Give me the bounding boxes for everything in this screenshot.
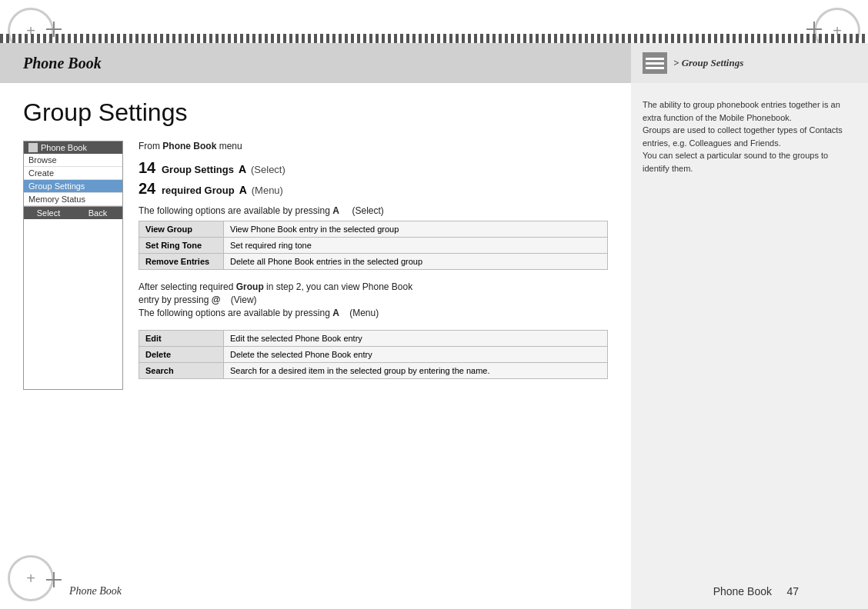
step-2-key: A (239, 184, 247, 196)
step-2-action: required Group (162, 185, 235, 196)
back-button[interactable]: Back (73, 207, 122, 219)
table-cell-desc: Set required ring tone (224, 238, 608, 254)
header-right-label: > Group Settings (673, 57, 743, 69)
menu-item-browse[interactable]: Browse (24, 154, 122, 167)
step-1-paren: (Select) (251, 164, 285, 175)
table-row: View Group View Phone Book entry in the … (139, 221, 608, 238)
menu-item-memory-status[interactable]: Memory Status (24, 193, 122, 206)
menu-item-create[interactable]: Create (24, 167, 122, 180)
step-1-key: A (239, 163, 246, 175)
page-heading: Group Settings (23, 98, 608, 127)
footer-left: Phone Book (69, 585, 122, 597)
step-1-num: 14 (139, 159, 157, 177)
text-content: From Phone Book menu 14 Group Settings A… (139, 141, 608, 390)
step-1: 14 Group Settings A (Select) (139, 159, 608, 177)
book-icon (643, 52, 667, 74)
page-number: 47 (786, 585, 799, 597)
phone-menu-icon (28, 143, 38, 152)
table-row: Set Ring Tone Set required ring tone (139, 238, 608, 254)
sidebar-right: The ability to group phonebook entries t… (631, 83, 868, 609)
options-table-1: View Group View Phone Book entry in the … (139, 221, 608, 270)
table-cell-label: Set Ring Tone (139, 238, 224, 254)
menu-item-group-settings[interactable]: Group Settings (24, 180, 122, 193)
table-cell-desc: Search for a desired item in the selecte… (224, 363, 608, 379)
phone-menu-actions: Select Back (24, 206, 122, 219)
header-strip: Phone Book (0, 43, 631, 83)
header-right: > Group Settings (631, 43, 868, 83)
footer-right: Phone Book 47 (713, 585, 799, 597)
step-1-action: Group Settings (162, 164, 234, 175)
footer-section: Phone Book (713, 585, 772, 597)
top-dotted-bar (0, 34, 868, 43)
table-cell-desc: Delete the selected Phone Book entry (224, 347, 608, 363)
header-title: Phone Book (23, 55, 102, 72)
table-cell-label: Delete (139, 347, 224, 363)
step-2-paren: (Menu) (252, 185, 283, 196)
table-cell-desc: Edit the selected Phone Book entry (224, 331, 608, 347)
table-row: Remove Entries Delete all Phone Book ent… (139, 254, 608, 270)
table-cell-label: Edit (139, 331, 224, 347)
table-cell-label: Remove Entries (139, 254, 224, 270)
table-row: Edit Edit the selected Phone Book entry (139, 331, 608, 347)
footer-title: Phone Book (69, 585, 122, 597)
select-button[interactable]: Select (24, 207, 73, 219)
following-text-1: The following options are available by p… (139, 205, 608, 216)
content-area: Phone Book Browse Create Group Settings … (23, 141, 608, 390)
table-row: Delete Delete the selected Phone Book en… (139, 347, 608, 363)
from-bold: Phone Book (162, 141, 216, 151)
options-table-2: Edit Edit the selected Phone Book entry … (139, 330, 608, 379)
phone-menu-title: Phone Book (24, 141, 122, 154)
phone-menu-title-label: Phone Book (41, 143, 87, 152)
from-line: From Phone Book menu (139, 141, 608, 151)
table-cell-label: Search (139, 363, 224, 379)
sidebar-note: The ability to group phonebook entries t… (643, 98, 856, 175)
step-2: 24 required Group A (Menu) (139, 180, 608, 198)
table-cell-label: View Group (139, 221, 224, 238)
table-row: Search Search for a desired item in the … (139, 363, 608, 379)
step-2-num: 24 (139, 180, 157, 198)
table-cell-desc: View Phone Book entry in the selected gr… (224, 221, 608, 238)
main-content: Group Settings Phone Book Browse Create … (0, 83, 631, 609)
table-cell-desc: Delete all Phone Book entries in the sel… (224, 254, 608, 270)
phone-book-menu-widget: Phone Book Browse Create Group Settings … (23, 141, 123, 390)
after-text: After selecting required Group in step 2… (139, 281, 608, 319)
